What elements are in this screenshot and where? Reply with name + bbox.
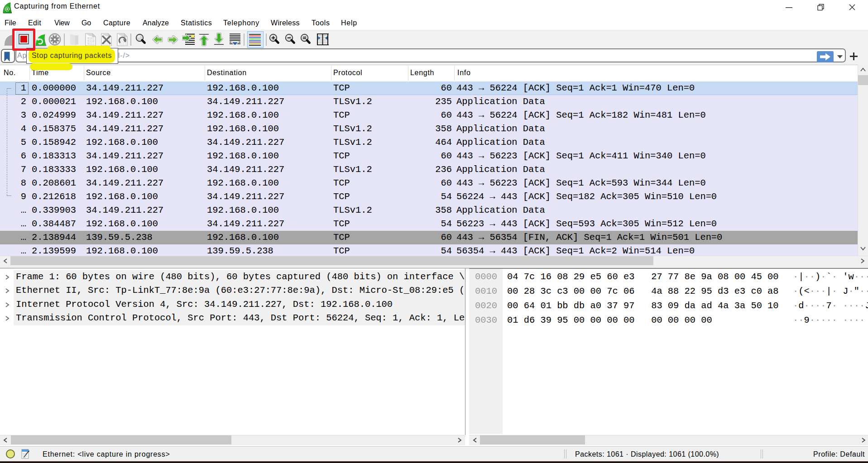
svg-text:0111: 0111 [87,43,95,46]
svg-text:0111: 0111 [119,43,126,46]
